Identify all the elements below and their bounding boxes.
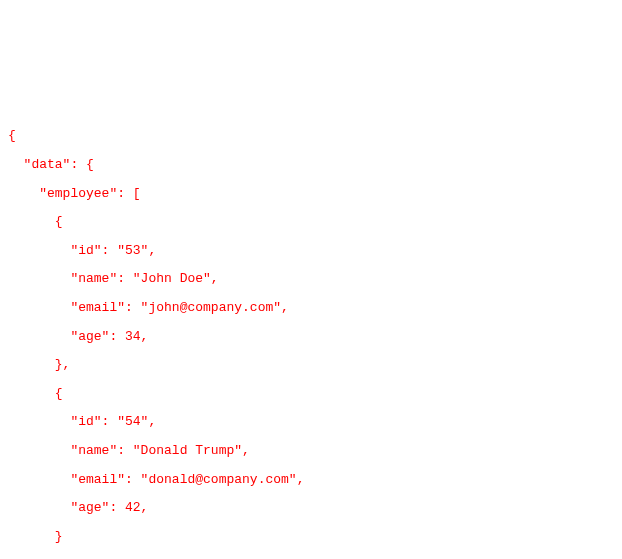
json-code-block: { "data": { "employee": [ { "id": "53", … xyxy=(8,122,622,559)
